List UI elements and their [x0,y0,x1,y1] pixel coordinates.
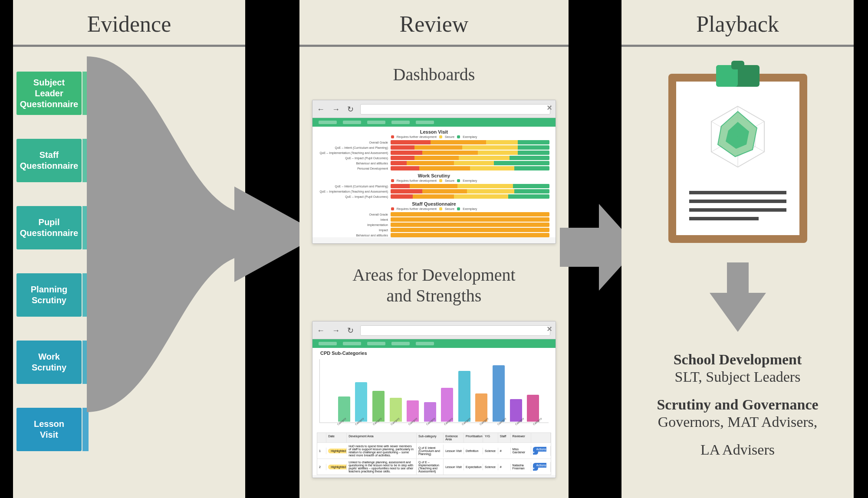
panel-playback: Playback [621,0,854,498]
svg-rect-12 [689,191,786,194]
dashboards-content: Lesson VisitRequires further development… [312,118,556,237]
bar-chart-xlabels: CategoryCategoryCategoryCategoryCategory… [312,423,556,430]
dash-section-title: Staff Questionnaire [312,201,556,206]
evidence-box: LessonVisit [16,408,82,451]
review-title: Review [299,0,569,45]
svg-rect-13 [689,200,786,203]
playback-title-bar: Playback [621,0,854,47]
playback-line: Governors, MAT Advisers, [621,414,854,430]
dev-table: DateDevelopment AreaSub-categoryEvidence… [317,432,551,475]
dash-bar-row: QoE – Implementation (Teaching and Asses… [319,189,549,193]
dash-bar-row: QoE – Impact (Pupil Outcomes) [319,194,549,199]
playback-line: Scrutiny and Governance [621,396,854,413]
dash-bar-row: QoE – Intent (Curriculum and Planning) [319,184,549,188]
areas-content: CPD Sub-Categories CategoryCategoryCateg… [312,339,556,475]
dash-bar-row: Implementation [319,223,549,227]
browser-dashboards: ← → ↻ × Lesson VisitRequires further dev… [312,100,556,244]
dash-bar-row: Personal Development [319,166,549,170]
svg-rect-15 [689,217,759,220]
down-arrow-icon [710,262,766,332]
dash-bar-row: Behaviour and attitudes [319,161,549,165]
app-navbar [312,339,556,348]
dash-section-title: Work Scrutiny [312,173,556,178]
svg-rect-4 [731,61,744,69]
address-bar [360,104,550,115]
review-sub-dashboards: Dashboards [299,64,569,85]
browser-nav-icons: ← → ↻ [317,105,356,114]
panel-evidence: Evidence SubjectLeaderQuestionnaireStaff… [13,0,245,498]
dash-bar-row: Overall Grade [319,212,549,216]
playback-text-block: School DevelopmentSLT, Subject LeadersSc… [621,351,854,469]
browser-chrome: ← → ↻ × [312,100,556,118]
cpd-title: CPD Sub-Categories [312,351,556,356]
chart-bar [510,399,522,422]
playback-line: LA Advisers [621,442,854,458]
clipboard-illustration [664,61,812,249]
actions-button[interactable]: Actions ▾ [533,463,546,471]
close-icon: × [547,103,552,113]
evidence-box: SubjectLeaderQuestionnaire [16,72,82,115]
app-navbar [312,118,556,127]
bar-chart [319,359,549,423]
dash-legend: Requires further developmentSecureExempl… [312,207,556,210]
close-icon: × [547,324,552,334]
dash-section-title: Lesson Visit [312,129,556,134]
review-sub-areas: Areas for Development and Strengths [299,265,569,306]
dash-legend: Requires further developmentSecureExempl… [312,135,556,138]
dash-bar-row: QoE – Implementation (Teaching and Asses… [319,151,549,155]
playback-line: SLT, Subject Leaders [621,369,854,385]
dash-legend: Requires further developmentSecureExempl… [312,179,556,182]
browser-chrome: ← → ↻ × [312,321,556,339]
playback-line: School Development [621,351,854,368]
table-row: 2HighlightedLinked to challenge planning… [317,459,551,475]
dash-bar-row: Overall Grade [319,140,549,144]
actions-button[interactable]: Actions ▾ [533,447,546,455]
chart-bar [493,365,505,422]
review-title-bar: Review [299,0,569,47]
svg-rect-14 [689,208,786,212]
table-row: 1HighlightedHoD needs to spend time with… [317,442,551,459]
dash-bar-row: Intent [319,217,549,222]
evidence-box: PupilQuestionnaire [16,206,82,249]
evidence-box: WorkScrutiny [16,341,82,384]
address-bar [360,325,550,336]
funnel-arrow [87,56,321,412]
diagram-canvas: Evidence SubjectLeaderQuestionnaireStaff… [0,0,868,498]
dash-bar-row: Impact [319,228,549,232]
dash-bar-row: QoE – Intent (Curriculum and Planning) [319,145,549,150]
evidence-box: StaffQuestionnaire [16,139,82,182]
evidence-box: PlanningScrutiny [16,273,82,317]
playback-title: Playback [621,0,854,45]
browser-nav-icons: ← → ↻ [317,326,356,335]
evidence-title: Evidence [13,0,245,45]
dash-bar-row: QoE – Impact (Pupil Outcomes) [319,156,549,160]
chart-bar [475,393,487,422]
evidence-box-edge [82,408,89,451]
dash-bar-row: Behaviour and attitudes [319,233,549,237]
evidence-title-bar: Evidence [13,0,245,47]
chart-bar [458,371,470,422]
chart-bar [527,395,539,422]
browser-areas: ← → ↻ × CPD Sub-Categories CategoryCateg… [312,321,556,478]
panel-review: Review Dashboards ← → ↻ × Lesson VisitRe… [299,0,569,498]
